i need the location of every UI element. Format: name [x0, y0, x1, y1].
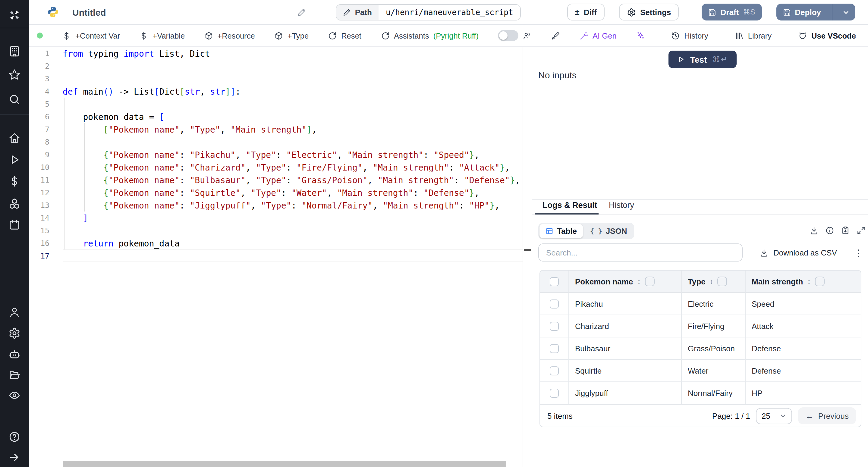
add-variable-button[interactable]: +Variable	[139, 31, 185, 40]
use-vscode-button[interactable]: Use VScode	[798, 31, 856, 40]
path-control[interactable]: Path u/henri/maneuverable_script	[336, 4, 521, 20]
search-input[interactable]	[538, 244, 743, 261]
row-checkbox[interactable]	[550, 321, 559, 331]
sidebar-item-expand-sidebar[interactable]	[0, 448, 29, 467]
path-label-segment: Path	[336, 4, 378, 20]
tab-history[interactable]: History	[609, 201, 634, 210]
multiplayer-icon[interactable]	[523, 31, 532, 40]
code-line-12[interactable]: 12 {"Pokemon name": "Squirtle", "Type": …	[29, 186, 523, 199]
code-line-1[interactable]: 1from typing import List, Dict	[29, 47, 523, 60]
column-header: Pokemon name↕	[568, 271, 681, 292]
sidebar-item-help[interactable]	[0, 427, 29, 446]
code-line-15[interactable]: 15	[29, 224, 523, 237]
copy-result-icon[interactable]	[841, 226, 850, 235]
sidebar-item-variables[interactable]	[0, 172, 29, 191]
test-button[interactable]: Test ⌘↵	[669, 51, 736, 68]
sidebar-item-settings[interactable]	[0, 323, 29, 343]
line-number: 2	[29, 60, 63, 72]
draft-button[interactable]: Draft ⌘S	[702, 4, 762, 21]
previous-page-button[interactable]: ← Previous	[798, 407, 856, 424]
code-line-3[interactable]: 3	[29, 72, 523, 85]
code-line-6[interactable]: 6 pokemon_data = [	[29, 110, 523, 123]
line-content	[63, 98, 523, 110]
view-json-button[interactable]: { } JSON	[584, 224, 633, 238]
code-line-9[interactable]: 9 {"Pokemon name": "Pikachu", "Type": "E…	[29, 148, 523, 161]
history-icon	[671, 31, 680, 40]
library-button[interactable]: Library	[735, 31, 772, 40]
sidebar-item-search[interactable]	[0, 90, 29, 109]
download-result-icon[interactable]	[809, 226, 818, 235]
code-line-11[interactable]: 11 {"Pokemon name": "Bulbasaur", "Type":…	[29, 174, 523, 186]
column-filter-control[interactable]	[815, 277, 825, 286]
code-line-5[interactable]: 5	[29, 98, 523, 110]
sidebar-item-schedules[interactable]	[0, 215, 29, 235]
add-type-button[interactable]: +Type	[274, 31, 309, 40]
page-size-select[interactable]: 25	[756, 408, 792, 424]
sidebar-item-home[interactable]	[0, 128, 29, 148]
sidebar-item-favorites[interactable]	[0, 65, 29, 84]
table-header-row: Pokemon name↕Type↕Main strength↕	[540, 271, 861, 293]
assistants-button[interactable]: Assistants(Pyright Ruff)	[381, 31, 478, 40]
info-icon[interactable]	[825, 226, 834, 235]
code-line-13[interactable]: 13 {"Pokemon name": "Jigglypuff", "Type"…	[29, 199, 523, 212]
sidebar-item-users[interactable]	[0, 303, 29, 322]
code-line-4[interactable]: 4def main() -> List[Dict[str, str]]:	[29, 85, 523, 98]
code-line-14[interactable]: 14 ]	[29, 212, 523, 224]
tab-logs-result[interactable]: Logs & Result	[542, 201, 597, 210]
row-checkbox[interactable]	[550, 299, 559, 308]
table-options-kebab-icon[interactable]: ⋮	[850, 245, 861, 260]
active-tab-underline	[535, 213, 598, 215]
sort-icon[interactable]: ↕	[807, 277, 811, 286]
sidebar-item-workers[interactable]	[0, 345, 29, 364]
deploy-button[interactable]: Deploy	[776, 4, 855, 21]
sort-icon[interactable]: ↕	[710, 277, 713, 286]
code-line-8[interactable]: 8	[29, 135, 523, 148]
select-all-checkbox[interactable]	[550, 277, 559, 286]
right-panel: Test ⌘↵ No inputs Logs & Result History …	[532, 47, 868, 467]
library-icon	[735, 31, 744, 40]
sort-icon[interactable]: ↕	[637, 277, 641, 286]
line-number: 4	[29, 85, 63, 98]
code-line-7[interactable]: 7 ["Pokemon name", "Type", "Main strengt…	[29, 123, 523, 135]
code-line-10[interactable]: 10 {"Pokemon name": "Charizard", "Type":…	[29, 161, 523, 174]
sidebar-item-folders[interactable]	[0, 365, 29, 384]
sidebar-item-resources[interactable]	[0, 194, 29, 213]
package-icon	[274, 31, 283, 40]
settings-button[interactable]: Settings	[619, 4, 679, 21]
sidebar-item-audit-logs[interactable]	[0, 386, 29, 405]
items-count: 5 items	[547, 411, 572, 420]
sidebar-item-windmill-logo[interactable]	[0, 5, 29, 25]
edit-title-pencil-icon[interactable]	[297, 7, 306, 17]
column-filter-control[interactable]	[645, 277, 655, 286]
view-table-button[interactable]: Table	[539, 224, 583, 238]
sidebar-item-workspace[interactable]	[0, 41, 29, 61]
code-line-16[interactable]: 16 return pokemon_data	[29, 237, 523, 249]
reset-button[interactable]: Reset	[328, 31, 361, 40]
ai-sparkles-button[interactable]	[636, 31, 645, 40]
code-line-17[interactable]: 17	[29, 249, 523, 262]
diff-button[interactable]: ± Diff	[567, 4, 604, 21]
ai-gen-button[interactable]: AI Gen	[579, 31, 617, 40]
line-number: 14	[29, 212, 63, 224]
add-context-var-button[interactable]: +Context Var	[62, 31, 120, 40]
braces-icon: { }	[590, 227, 602, 235]
row-checkbox[interactable]	[550, 389, 559, 398]
line-content: {"Pokemon name": "Squirtle", "Type": "Wa…	[63, 186, 523, 199]
pane-splitter-handle[interactable]	[524, 249, 531, 251]
sidebar-item-runs[interactable]	[0, 150, 29, 169]
add-resource-button[interactable]: +Resource	[204, 31, 255, 40]
column-filter-control[interactable]	[718, 277, 727, 286]
download-csv-button[interactable]: Download as CSV	[756, 245, 841, 260]
deploy-options-chevron[interactable]	[837, 4, 855, 21]
multiplayer-toggle[interactable]	[498, 30, 518, 41]
vscode-icon	[798, 31, 807, 40]
history-button[interactable]: History	[671, 31, 708, 40]
format-brush-button[interactable]	[551, 31, 560, 40]
code-editor[interactable]: 1from typing import List, Dict234def mai…	[29, 47, 523, 467]
horizontal-scrollbar[interactable]	[63, 461, 506, 467]
row-checkbox[interactable]	[550, 344, 559, 353]
row-checkbox[interactable]	[550, 366, 559, 375]
expand-result-icon[interactable]	[857, 226, 866, 235]
line-content: from typing import List, Dict	[63, 47, 523, 60]
code-line-2[interactable]: 2	[29, 60, 523, 72]
